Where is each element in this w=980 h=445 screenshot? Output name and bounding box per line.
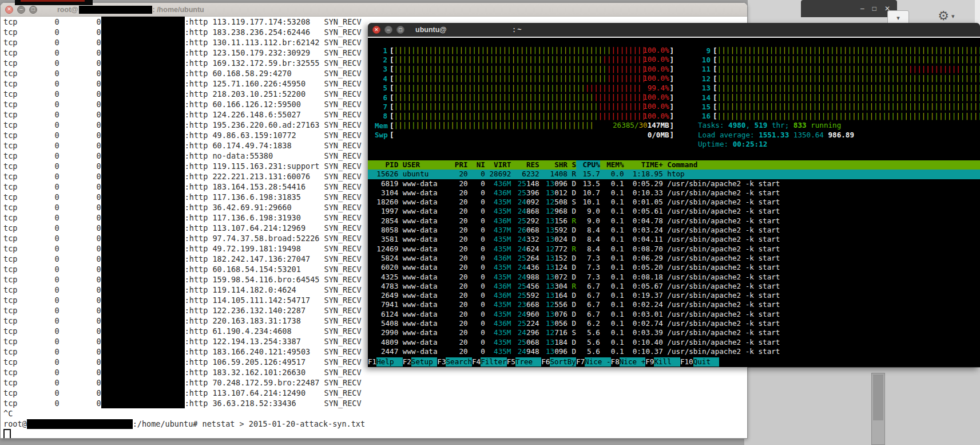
process-row[interactable]: 2854www-data200436M2529213156R9.00.10:04… <box>368 216 980 226</box>
redaction-box <box>101 182 185 192</box>
bg-minimize-button[interactable]: – <box>860 5 864 13</box>
process-row[interactable]: 4809www-data200435M2506813184D5.60.10:10… <box>368 338 980 347</box>
scrollbar-thumb[interactable] <box>873 375 883 420</box>
meter-bar: ||||||||||||||||||||||||||||||||||||||||… <box>717 102 980 111</box>
cpu-percent: 100.0% <box>643 55 669 64</box>
fkey-f4[interactable]: F4Filter <box>472 357 507 367</box>
netstat-terminal-titlebar[interactable]: ✕ – □ root@: /home/ubuntu <box>1 3 747 17</box>
meter-bar: ||||||||||||||||||||||||||||||||||||||||… <box>394 74 670 83</box>
redaction-box <box>101 316 185 326</box>
process-row-selected[interactable]: 15626ubuntu2002869262321408R15.70.01:18.… <box>368 170 980 179</box>
redaction-box <box>101 264 185 274</box>
process-row[interactable]: 6124www-data200435M2496013076D6.70.10:03… <box>368 310 980 319</box>
meter-bar: ||||||||||||||||||||||||||||||||||||||||… <box>717 55 980 64</box>
redaction-box <box>101 336 185 346</box>
redaction-box <box>101 326 185 336</box>
redaction-box <box>101 99 185 109</box>
column-header-cpu[interactable]: CPU% <box>576 160 600 170</box>
tasks-line: Tasks: 4980, 519 thr; 833 running <box>698 121 980 130</box>
process-row[interactable]: 4783www-data200436M2545613304R6.70.10:05… <box>368 282 980 291</box>
column-header-ni[interactable]: NI <box>468 160 485 170</box>
process-row[interactable]: 7941www-data200435M2366812556D6.70.10:02… <box>368 300 980 309</box>
vertical-scrollbar[interactable] <box>871 373 885 445</box>
process-row[interactable]: 8058www-data200437M2606813592D8.40.10:03… <box>368 226 980 235</box>
process-row[interactable]: 2447www-data200435M2494813096D5.60.10:10… <box>368 347 980 356</box>
redaction-box <box>101 274 185 285</box>
process-row[interactable]: 5824www-data200436M2526413152D7.30.10:06… <box>368 254 980 263</box>
cpu-meter-14: 14[|||||||||||||||||||||||||||||||||||||… <box>698 93 980 102</box>
redaction-box <box>27 419 133 429</box>
fkey-f3[interactable]: F3Search <box>437 357 472 367</box>
bg-maximize-button[interactable]: □ <box>872 5 876 13</box>
redaction-box <box>101 243 185 254</box>
redaction-box <box>79 6 152 14</box>
close-button[interactable]: ✕ <box>5 6 13 14</box>
process-row[interactable]: 18260www-data200435M2409212508S10.10.10:… <box>368 198 980 207</box>
process-row[interactable]: 2649www-data200436M2559213164D6.70.10:19… <box>368 291 980 300</box>
redaction-box <box>101 202 185 212</box>
redaction-box <box>101 388 185 398</box>
chevron-down-icon: ▾ <box>951 13 955 20</box>
column-header-shr[interactable]: SHR <box>539 160 568 170</box>
column-header-pid[interactable]: PID <box>370 160 398 170</box>
redaction-box <box>101 377 185 388</box>
meter-label: 15 <box>698 103 713 111</box>
meter-label: 12 <box>698 74 713 83</box>
process-row[interactable]: 2990www-data200435M2429612716S5.60.10:03… <box>368 328 980 337</box>
fkey-f5[interactable]: F5Tree <box>507 357 542 367</box>
fkey-f9[interactable]: F9Kill <box>645 357 680 367</box>
cpu-meter-15: 15[|||||||||||||||||||||||||||||||||||||… <box>698 102 980 111</box>
column-header-s[interactable]: S <box>568 160 576 170</box>
htop-terminal-titlebar[interactable]: ✕ – □ ubuntu@: ~ <box>368 23 980 37</box>
cpu-percent: 100.0% <box>643 65 669 73</box>
maximize-button[interactable]: □ <box>396 26 404 34</box>
column-header-pri[interactable]: PRI <box>446 160 468 170</box>
meter-bar: ||||||||||||||||||||||||||||||||||||||||… <box>394 112 670 121</box>
process-row[interactable]: 3104www-data200436M2539613012D10.70.10:1… <box>368 188 980 198</box>
fkey-f1[interactable]: F1Help <box>368 357 403 367</box>
process-row[interactable]: 6020www-data200435M2443613124D7.30.10:05… <box>368 263 980 272</box>
meter-label: 3 <box>375 65 390 73</box>
maximize-button[interactable]: □ <box>29 6 37 14</box>
process-row[interactable]: 6819www-data200436M2514813096D13.50.10:0… <box>368 179 980 188</box>
close-button[interactable]: ✕ <box>372 26 380 34</box>
column-header-time[interactable]: TIME+ <box>624 160 662 170</box>
minimize-button[interactable]: – <box>17 6 25 14</box>
minimize-button[interactable]: – <box>384 26 392 34</box>
column-header-res[interactable]: RES <box>511 160 539 170</box>
column-header-virt[interactable]: VIRT <box>485 160 511 170</box>
process-table: PIDUSERPRINIVIRTRESSHRSCPU%MEM%TIME+Comm… <box>368 160 980 356</box>
process-table-header: PIDUSERPRINIVIRTRESSHRSCPU%MEM%TIME+Comm… <box>368 160 980 170</box>
maximize-icon: □ <box>399 27 402 33</box>
cpu-meter-2: 2[||||||||||||||||||||||||||||||||||||||… <box>375 55 684 64</box>
window-title: ubuntu@: ~ <box>415 26 521 34</box>
fkey-f7[interactable]: F7Nice - <box>576 357 611 367</box>
redaction-scribble-red <box>21 0 85 2</box>
cpu-percent: 100.0% <box>643 74 669 82</box>
cpu-meter-13: 13[|||||||||||||||||||||||||||||||||||||… <box>698 84 980 93</box>
meter-bar: ||||||||||||||||||||||||||||||||||||||||… <box>394 55 670 64</box>
column-header-cmd[interactable]: Command <box>663 160 980 170</box>
swp-meter: Swp[0/0MB] <box>375 131 684 140</box>
fkey-f6[interactable]: F6SortBy <box>541 357 576 367</box>
column-header-mem[interactable]: MEM% <box>600 160 624 170</box>
process-row[interactable]: 3581www-data200435M2433213024D8.40.10:04… <box>368 235 980 244</box>
cpu-meter-16: 16[|||||||||||||||||||||||||||||||||||||… <box>698 112 980 121</box>
fkey-f2[interactable]: F2Setup <box>403 357 438 367</box>
mem-meter: Mem[||||||||||||||||||||||||||||||||||||… <box>375 121 684 130</box>
redaction-box <box>101 78 185 89</box>
process-row[interactable]: 4325www-data200435M2498813072D7.30.10:08… <box>368 273 980 282</box>
cpu-meter-7: 7[||||||||||||||||||||||||||||||||||||||… <box>375 102 684 111</box>
fkey-f8[interactable]: F8Nice + <box>611 357 646 367</box>
chevron-down-icon: ▾ <box>896 14 900 22</box>
background-window-titlebar[interactable]: – □ ✕ <box>801 0 897 17</box>
column-header-user[interactable]: USER <box>398 160 446 170</box>
cpu-meter-11: 11[|||||||||||||||||||||||||||||||||||||… <box>698 65 980 74</box>
fkey-f10[interactable]: F10Quit <box>680 357 719 367</box>
redaction-box <box>101 17 185 27</box>
process-row[interactable]: 12469www-data200435M2462412772R8.40.10:0… <box>368 245 980 254</box>
redaction-box <box>101 140 185 151</box>
redaction-box <box>101 58 185 68</box>
process-row[interactable]: 1997www-data200435M2486812968D9.00.10:05… <box>368 207 980 216</box>
process-row[interactable]: 5408www-data200436M2522413056D6.20.10:02… <box>368 319 980 328</box>
